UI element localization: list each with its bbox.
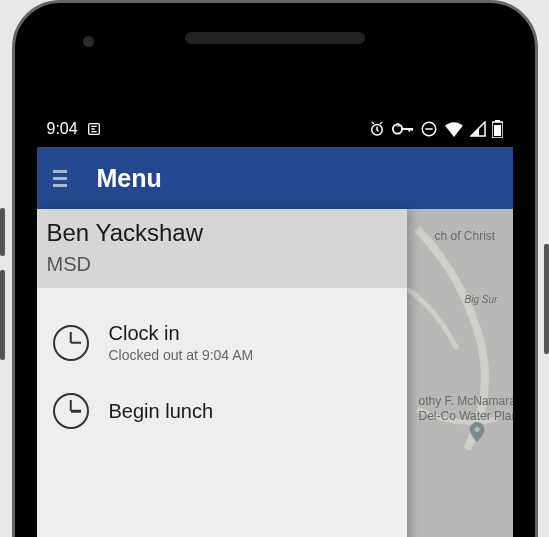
menu-item-title: Begin lunch <box>109 400 214 423</box>
status-bar: 9:04 G <box>37 111 513 147</box>
menu-item-begin-lunch[interactable]: Begin lunch <box>37 377 407 445</box>
svg-text:G: G <box>395 122 399 128</box>
map-label: ch of Christ <box>435 229 496 243</box>
front-camera <box>83 36 94 47</box>
user-name: Ben Yackshaw <box>47 219 397 247</box>
svg-rect-3 <box>401 128 412 130</box>
vpn-key-icon: G <box>392 122 414 136</box>
map-label: Del-Co Water Plant <box>419 409 513 423</box>
map-label: Big Sur <box>465 294 498 305</box>
app-title: Menu <box>97 164 162 193</box>
svg-point-11 <box>474 427 479 432</box>
map-label: othy F. McNamara <box>419 394 513 408</box>
alarm-icon <box>368 120 386 138</box>
app-bar: Menu <box>37 147 513 209</box>
status-time: 9:04 <box>47 120 78 138</box>
menu-item-title: Clock in <box>109 322 254 345</box>
battery-icon <box>492 120 503 138</box>
earpiece-speaker <box>185 32 365 44</box>
signal-icon <box>470 121 486 137</box>
svg-rect-9 <box>495 120 500 122</box>
menu-item-subtitle: Clocked out at 9:04 AM <box>109 347 254 363</box>
hamburger-menu-icon[interactable] <box>51 162 69 195</box>
drawer-header: Ben Yackshaw MSD <box>37 209 407 288</box>
svg-rect-5 <box>411 128 413 131</box>
menu-item-clock-in[interactable]: Clock in Clocked out at 9:04 AM <box>37 308 407 377</box>
phone-side-button <box>544 244 549 354</box>
user-org: MSD <box>47 253 397 276</box>
wifi-icon <box>444 121 464 137</box>
app-notif-icon <box>86 121 102 137</box>
nav-drawer: Ben Yackshaw MSD Clock in Clocked out at… <box>37 209 407 537</box>
phone-side-button <box>0 208 5 256</box>
phone-bezel-top <box>15 3 535 73</box>
phone-side-button <box>0 270 5 360</box>
phone-frame: 9:04 G <box>12 0 538 537</box>
clock-icon <box>51 323 91 363</box>
dnd-icon <box>420 120 438 138</box>
content-area: ch of Christ Big Sur othy F. McNamara De… <box>37 209 513 537</box>
map-pin-icon <box>469 422 485 446</box>
svg-rect-4 <box>408 128 410 132</box>
menu-list: Clock in Clocked out at 9:04 AM Begin lu… <box>37 288 407 445</box>
clock-icon <box>51 391 91 431</box>
svg-rect-10 <box>494 125 501 136</box>
screen: 9:04 G <box>37 111 513 537</box>
